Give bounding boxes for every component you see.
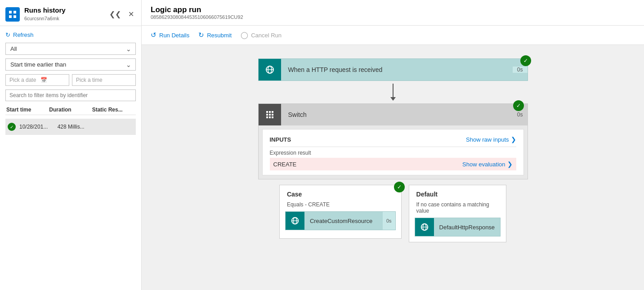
default-desc: If no case contains a matching value <box>409 201 506 218</box>
default-header: Default <box>409 185 506 201</box>
arrow-head <box>390 97 396 101</box>
time-picker[interactable]: Pick a time <box>72 74 136 86</box>
switch-node[interactable]: Switch 0s ✓ INPUTS Show raw inputs ❯ Exp… <box>258 103 528 179</box>
http-node-icon <box>259 59 281 80</box>
close-button[interactable]: ✕ <box>126 8 136 20</box>
expression-result-label: Expression result <box>270 147 516 158</box>
svg-rect-0 <box>9 11 12 13</box>
chevron-right-icon: ❯ <box>511 136 516 143</box>
case-node-label: CreateCustomResource <box>304 218 383 224</box>
run-details-label: Run Details <box>159 32 189 39</box>
inputs-row: INPUTS Show raw inputs ❯ <box>270 134 516 147</box>
run-id: 08586293080844535106066075619CU92 <box>151 14 635 20</box>
http-node-label: When a HTTP request is received <box>281 66 513 73</box>
table-header: Start time Duration Static Res... <box>5 105 136 115</box>
switch-node-check: ✓ <box>513 100 524 111</box>
switch-body: INPUTS Show raw inputs ❯ Expression resu… <box>262 129 524 175</box>
panel-subtitle: 6curcsnn7a6mk <box>24 16 59 21</box>
case-box: ✓ Case Equals - CREATE CreateCustomResou… <box>279 185 402 239</box>
resubmit-label: Resubmit <box>207 32 232 39</box>
case-check-icon: ✓ <box>394 182 405 192</box>
cancel-run-button[interactable]: ◯ Cancel Run <box>241 30 282 40</box>
runs-history-panel: Runs history 6curcsnn7a6mk ❮❮ ✕ ↻ Refres… <box>0 0 142 290</box>
filter-select-wrapper: All Succeeded Failed Cancelled Running <box>5 43 136 55</box>
cases-row: ✓ Case Equals - CREATE CreateCustomResou… <box>279 185 506 242</box>
arrow-down-1 <box>390 84 396 101</box>
toolbar: ↺ Run Details ↻ Resubmit ◯ Cancel Run <box>142 26 644 45</box>
refresh-label: Refresh <box>13 31 34 38</box>
right-panel: Logic app run 08586293080844535106066075… <box>142 0 644 290</box>
search-input[interactable] <box>9 92 132 98</box>
run-start-time: 10/28/201... <box>19 124 58 130</box>
page-title: Logic app run <box>151 5 635 14</box>
run-status-icon: ✓ <box>8 123 16 131</box>
resubmit-icon: ↻ <box>198 31 204 39</box>
http-node-time: 0s <box>513 67 528 73</box>
case-node-time: 0s <box>383 212 395 230</box>
right-header: Logic app run 08586293080844535106066075… <box>142 0 644 26</box>
panel-header: Runs history 6curcsnn7a6mk ❮❮ ✕ <box>0 0 141 26</box>
switch-icon <box>259 104 281 125</box>
date-row: Pick a date 📅 Pick a time <box>5 74 136 86</box>
date-placeholder: Pick a date <box>9 77 36 83</box>
time-filter-select-wrapper: Start time earlier than <box>5 58 136 71</box>
panel-body: ↻ Refresh All Succeeded Failed Cancelled… <box>0 26 141 290</box>
default-node-icon <box>415 218 434 236</box>
cancel-icon: ◯ <box>241 31 248 39</box>
col-header-static-res: Static Res... <box>92 107 135 113</box>
show-evaluation-button[interactable]: Show evaluation ❯ <box>462 161 512 168</box>
default-node-label: DefaultHttpResponse <box>434 224 501 231</box>
panel-controls: ❮❮ ✕ <box>107 8 136 20</box>
run-duration: 428 Millis... <box>58 124 96 130</box>
panel-title-group: Runs history 6curcsnn7a6mk <box>5 6 66 22</box>
run-details-button[interactable]: ↺ Run Details <box>151 30 189 40</box>
run-row[interactable]: ✓ 10/28/201... 428 Millis... <box>5 119 136 135</box>
grid-icon <box>266 111 273 118</box>
panel-title-text: Runs history 6curcsnn7a6mk <box>24 6 66 22</box>
inputs-label: INPUTS <box>270 136 291 143</box>
refresh-icon: ↻ <box>5 31 10 38</box>
create-row: CREATE Show evaluation ❯ <box>270 158 516 170</box>
panel-title: Runs history <box>24 6 66 14</box>
resubmit-button[interactable]: ↻ Resubmit <box>198 30 232 40</box>
create-value: CREATE <box>273 161 297 168</box>
col-header-start-time: Start time <box>6 107 49 113</box>
date-picker[interactable]: Pick a date 📅 <box>5 74 69 86</box>
col-header-duration: Duration <box>49 107 92 113</box>
chevron-right-icon-2: ❯ <box>507 161 513 168</box>
show-raw-label: Show raw inputs <box>466 136 509 143</box>
time-filter-select[interactable]: Start time earlier than <box>5 58 136 71</box>
switch-node-time: 0s <box>513 112 528 118</box>
create-custom-resource-node[interactable]: CreateCustomResource 0s <box>285 211 396 230</box>
equals-label: Equals - CREATE <box>280 201 401 211</box>
collapse-button[interactable]: ❮❮ <box>107 8 123 20</box>
svg-rect-2 <box>9 15 12 18</box>
case-header: Case <box>280 185 401 201</box>
http-request-node[interactable]: When a HTTP request is received 0s ✓ <box>258 58 528 81</box>
status-filter-select[interactable]: All Succeeded Failed Cancelled Running <box>5 43 136 55</box>
time-placeholder: Pick a time <box>76 77 103 83</box>
run-details-icon: ↺ <box>151 31 157 39</box>
show-eval-label: Show evaluation <box>462 161 505 168</box>
cancel-label: Cancel Run <box>251 32 282 39</box>
switch-node-label: Switch <box>281 111 513 118</box>
default-http-response-node[interactable]: DefaultHttpResponse <box>415 218 501 236</box>
flow-container: When a HTTP request is received 0s ✓ <box>160 58 626 242</box>
default-box: Default If no case contains a matching v… <box>409 185 507 242</box>
canvas: When a HTTP request is received 0s ✓ <box>142 45 644 290</box>
show-raw-inputs-button[interactable]: Show raw inputs ❯ <box>466 136 516 143</box>
refresh-button[interactable]: ↻ Refresh <box>5 31 136 39</box>
search-box[interactable] <box>5 89 136 101</box>
svg-rect-3 <box>13 15 16 18</box>
svg-rect-1 <box>13 11 16 13</box>
http-node-check: ✓ <box>520 55 531 66</box>
case-node-icon <box>286 212 304 230</box>
panel-icon <box>5 7 20 22</box>
arrow-line <box>393 84 394 97</box>
calendar-icon: 📅 <box>40 77 47 83</box>
switch-node-header: Switch 0s ✓ <box>259 104 528 125</box>
